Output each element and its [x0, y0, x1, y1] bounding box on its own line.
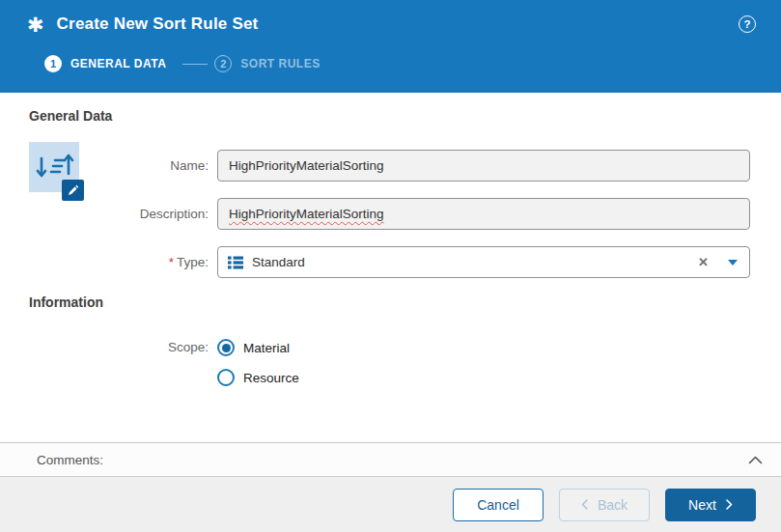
create-sort-rule-set-dialog: ✱ Create New Sort Rule Set ? 1 GENERAL D…	[0, 0, 781, 532]
pencil-icon	[67, 184, 79, 197]
cancel-button[interactable]: Cancel	[453, 489, 544, 521]
type-selected-value: Standard	[252, 255, 698, 269]
section-title-general-data: General Data	[29, 108, 750, 124]
list-icon	[228, 256, 243, 269]
chevron-left-icon	[581, 499, 588, 510]
comments-label: Comments:	[37, 453, 103, 467]
general-data-form: Name: Description: HighPriorityMaterialS…	[29, 150, 750, 278]
step-2-label: SORT RULES	[240, 57, 320, 70]
edit-icon-button[interactable]	[62, 180, 84, 201]
comments-section-header[interactable]: Comments:	[0, 442, 781, 477]
step-1-label: GENERAL DATA	[70, 57, 166, 70]
step-general-data[interactable]: 1 GENERAL DATA	[44, 55, 166, 72]
step-sort-rules[interactable]: 2 SORT RULES	[214, 55, 320, 72]
back-button[interactable]: Back	[559, 489, 650, 521]
sort-rule-set-icon	[29, 142, 79, 192]
description-label: Description:	[29, 207, 217, 221]
dialog-footer: Cancel Back Next	[0, 477, 781, 532]
required-asterisk: *	[169, 255, 174, 269]
description-input[interactable]: HighPriorityMaterialSorting	[217, 198, 750, 230]
name-row: Name:	[29, 150, 750, 182]
dialog-header: ✱ Create New Sort Rule Set ? 1 GENERAL D…	[0, 0, 781, 93]
description-value: HighPriorityMaterialSorting	[229, 207, 384, 221]
page-title: Create New Sort Rule Set	[57, 14, 259, 34]
clear-icon[interactable]: ✕	[698, 255, 709, 269]
dialog-content: General Data	[0, 93, 781, 442]
radio-option-resource[interactable]: Resource	[217, 369, 299, 386]
section-title-information: Information	[29, 294, 750, 310]
step-2-circle: 2	[214, 55, 232, 72]
radio-label-material: Material	[243, 341, 290, 355]
wizard-step-indicator: 1 GENERAL DATA 2 SORT RULES	[0, 44, 781, 83]
radio-option-material[interactable]: Material	[217, 339, 299, 356]
scope-label: Scope:	[29, 339, 217, 386]
step-1-circle: 1	[44, 55, 62, 72]
type-row: *Type: Standard ✕	[29, 246, 750, 278]
title-row: ✱ Create New Sort Rule Set ?	[0, 0, 781, 44]
help-icon[interactable]: ?	[739, 15, 756, 33]
type-combobox[interactable]: Standard ✕	[217, 246, 750, 278]
chevron-down-icon[interactable]	[728, 260, 738, 266]
scope-row: Scope: Material Resource	[29, 339, 750, 386]
asterisk-icon: ✱	[27, 14, 44, 35]
type-label: *Type:	[29, 255, 217, 269]
step-connector	[182, 64, 208, 65]
name-input[interactable]	[217, 150, 750, 182]
scope-radio-group: Material Resource	[217, 339, 299, 386]
radio-button-resource	[217, 369, 235, 386]
chevron-up-icon[interactable]	[748, 456, 763, 464]
radio-label-resource: Resource	[243, 371, 299, 385]
chevron-right-icon	[726, 499, 733, 510]
radio-button-material	[217, 339, 235, 356]
description-row: Description: HighPriorityMaterialSorting	[29, 198, 750, 230]
next-button[interactable]: Next	[665, 489, 756, 521]
